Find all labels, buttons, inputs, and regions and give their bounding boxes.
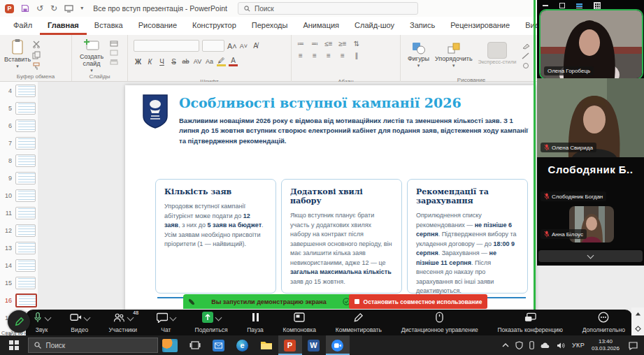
line-spacing-icon[interactable]: ⇅ [351,40,362,48]
chat-button[interactable]: Чат [157,310,176,336]
italic-button[interactable]: К [145,58,155,66]
camera-button[interactable]: Видео [70,310,90,336]
slide-thumbnail-10[interactable]: 10 [0,187,38,204]
pause-button[interactable]: Пауза [247,310,264,336]
slide-thumbnail-13[interactable]: 13 [0,239,38,256]
indent-decrease-icon[interactable]: ≤≡ [323,40,334,48]
ribbon-tab-6[interactable]: Анимация [295,17,347,35]
notifications-icon[interactable] [628,341,638,350]
phone-icon[interactable] [529,341,534,349]
slide-thumbnail-6[interactable]: 6 [0,117,38,134]
speaker-view-icon[interactable] [576,3,582,8]
shape-fill-icon[interactable] [522,43,530,50]
slide-thumbnail-4[interactable]: 4 [0,82,38,99]
panel-scroll-strip[interactable] [631,307,644,335]
bold-button[interactable]: Ж [134,58,143,66]
numbering-icon[interactable]: ≕ [309,40,320,48]
redo-icon[interactable]: ↻ [50,4,57,13]
annotation-toolbar-button[interactable] [8,310,30,333]
thumbnail-preview[interactable] [15,189,36,202]
file-explorer-icon[interactable] [255,335,278,355]
font-color-icon[interactable]: А [229,57,238,66]
onedrive-icon[interactable] [541,342,550,349]
zoom-icon[interactable] [326,335,350,355]
video-tile[interactable]: Олена Свирида [537,78,644,157]
video-tile-active-speaker[interactable]: Олена Горобець [539,9,643,80]
news-weather-icon[interactable] [162,339,178,352]
ribbon-tab-0[interactable]: Файл [6,17,40,35]
ribbon-tab-2[interactable]: Вставка [87,17,131,35]
thumbnail-preview[interactable] [15,85,36,97]
ribbon-tab-3[interactable]: Рисование [131,17,185,35]
show-meeting-button[interactable]: Показать конференцию [497,310,563,336]
character-spacing-button[interactable]: AV [193,58,202,65]
align-center-icon[interactable]: ≡ [309,52,320,59]
more-button[interactable]: Дополнительно [582,310,625,336]
copy-icon[interactable] [32,51,41,59]
restore-icon[interactable] [559,3,565,8]
strikethrough-button[interactable]: S [169,58,178,66]
columns-icon[interactable]: ∥ [351,52,362,59]
video-tile-small[interactable]: Анна Білоус [537,204,644,249]
format-painter-icon[interactable] [32,62,41,71]
section-icon[interactable] [110,59,118,65]
chevron-down-icon[interactable] [83,314,90,321]
layout-button[interactable]: Компоновка [283,310,316,336]
video-tile-no-video[interactable]: Слободяник Б.. Слободяник Богдан [537,157,644,204]
participants-button[interactable]: 48Участники [108,310,137,336]
edge-icon[interactable]: e [231,335,255,355]
thumbnail-preview[interactable] [15,119,36,132]
chevron-down-icon[interactable] [169,314,176,321]
increase-font-icon[interactable]: A˄ [227,42,236,50]
powerpoint-icon[interactable]: P [278,335,302,355]
word-icon[interactable]: W [302,335,326,355]
annotate-button[interactable]: Комментировать [336,310,382,336]
slide-thumbnail-9[interactable]: 9 [0,169,38,187]
ribbon-tab-5[interactable]: Переходы [244,17,296,35]
slide-thumbnail-14[interactable]: 14 [0,256,38,274]
ribbon-tab-9[interactable]: Рецензирование [443,17,517,35]
start-button[interactable] [9,340,19,350]
stop-share-button[interactable]: Остановить совместное использование [349,294,487,309]
save-icon[interactable] [21,4,29,13]
mail-icon[interactable] [207,335,231,355]
indent-increase-icon[interactable]: ≥≡ [337,40,348,48]
slide-layout-icon[interactable] [110,41,118,47]
thumbnail-preview[interactable] [15,294,37,307]
language-indicator[interactable]: УКР [572,342,585,349]
taskbar-search[interactable]: Поиск [28,338,158,353]
task-view-icon[interactable] [183,335,207,355]
slide-thumbnail-16[interactable]: 16 [0,291,38,309]
gallery-view-icon[interactable] [594,2,601,9]
cut-icon[interactable] [32,41,41,48]
undo-icon[interactable]: ↺ [36,4,43,13]
thumbnail-preview[interactable] [15,102,36,115]
ribbon-tab-7[interactable]: Слайд-шоу [347,17,402,35]
shape-effects-icon[interactable] [522,62,530,69]
mic-button[interactable]: Звук [33,310,50,336]
bullets-icon[interactable]: ≔ [295,40,306,48]
shape-outline-icon[interactable] [522,52,530,59]
shield-icon[interactable] [515,341,523,349]
font-name-select[interactable] [134,40,199,52]
thumbnail-preview[interactable] [15,242,36,254]
underline-button[interactable]: Ч [157,58,166,66]
highlight-color-icon[interactable]: 🖉 [217,57,226,66]
chevron-up-icon[interactable] [502,342,509,348]
share-button[interactable]: Поделиться [195,310,228,336]
slide-thumbnail-15[interactable]: 15 [0,274,38,291]
slide-thumbnail-12[interactable]: 12 [0,222,38,239]
slide-thumbnail-8[interactable]: 8 [0,152,38,169]
taskbar-clock[interactable]: 13:40 03.03.2026 [592,338,620,352]
shadow-button[interactable]: ab [181,58,190,65]
ribbon-tab-1[interactable]: Главная [40,17,87,35]
thumbnail-preview[interactable] [15,259,36,272]
font-size-select[interactable] [202,40,224,52]
ribbon-tab-4[interactable]: Конструктор [185,17,244,35]
start-presentation-icon[interactable] [64,5,73,13]
thumbnail-preview[interactable] [15,137,36,150]
thumbnail-preview[interactable] [15,154,36,167]
align-right-icon[interactable]: ≡ [323,52,334,59]
search-box[interactable]: Поиск [238,2,418,15]
thumbnail-preview[interactable] [15,277,36,289]
